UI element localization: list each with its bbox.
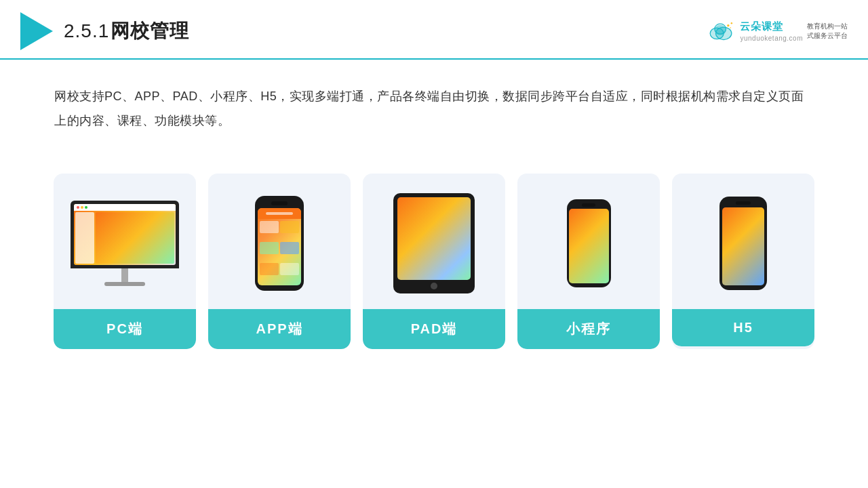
pc-base: [104, 282, 145, 286]
brand-name: 云朵课堂 yunduoketang.com: [740, 20, 803, 42]
page-title: 2.5.1网校管理: [64, 18, 189, 44]
miniprogram-card: 小程序: [517, 174, 660, 349]
miniprogram-label: 小程序: [517, 309, 660, 349]
app-card: APP端: [208, 174, 351, 349]
svg-point-6: [728, 24, 730, 26]
description-text: 网校支持PC、APP、PAD、小程序、H5，实现多端打通，产品各终端自由切换，数…: [54, 84, 814, 133]
app-phone-screen: [258, 208, 301, 285]
app-phone-mockup: [255, 196, 304, 291]
miniprogram-phone-screen: [569, 209, 609, 283]
h5-phone-mockup: [719, 197, 767, 290]
app-label: APP端: [208, 309, 351, 349]
app-image-area: [208, 174, 351, 309]
brand-slogan: 教育机构一站式服务云平台: [807, 22, 848, 41]
app-block-6: [280, 263, 299, 275]
section-number: 2.5.1: [64, 20, 109, 41]
section-title-text: 网校管理: [111, 20, 189, 41]
miniprogram-image-area: [517, 174, 660, 309]
pad-label: PAD端: [363, 309, 505, 349]
app-phone-notch: [271, 201, 288, 205]
pc-mockup: [67, 201, 182, 286]
h5-phone-screen: [722, 207, 764, 285]
app-content-blocks: [258, 219, 301, 285]
pc-sidebar: [75, 212, 94, 264]
header-left: 2.5.1网校管理: [20, 12, 189, 50]
svg-point-8: [730, 27, 732, 28]
pc-label: PC端: [54, 309, 196, 349]
svg-point-7: [731, 22, 733, 24]
app-screen-header-text: [266, 212, 293, 215]
app-block-4: [280, 242, 299, 254]
pc-card: PC端: [54, 174, 196, 349]
description: 网校支持PC、APP、PAD、小程序、H5，实现多端打通，产品各终端自由切换，数…: [0, 60, 868, 146]
pc-dot-red: [77, 206, 79, 209]
pc-screen-outer: [71, 201, 179, 268]
h5-card: H5: [672, 174, 814, 349]
tablet-home-btn: [431, 283, 437, 289]
header: 2.5.1网校管理 云朵课堂 yunduoketang.com 教育机构一: [0, 0, 868, 60]
h5-phone-notch: [736, 201, 751, 205]
pc-screen-content: [74, 211, 176, 265]
pad-image-area: [363, 174, 505, 309]
tablet-mockup: [393, 193, 475, 293]
pc-screen-inner: [74, 204, 176, 265]
logo-triangle-icon: [20, 12, 53, 50]
pc-stand: [121, 268, 128, 282]
cloud-icon: [706, 21, 736, 41]
pc-screen-bar: [74, 204, 176, 211]
app-block-2: [280, 221, 299, 233]
miniprogram-phone-notch: [582, 203, 595, 207]
cards-section: PC端: [0, 153, 868, 369]
miniprogram-phone-mockup: [567, 199, 611, 287]
app-screen-header: [258, 208, 301, 219]
pc-image-area: [54, 174, 196, 309]
h5-label: H5: [672, 309, 814, 346]
pc-dot-yellow: [81, 206, 83, 209]
pad-card: PAD端: [363, 174, 505, 349]
header-right: 云朵课堂 yunduoketang.com 教育机构一站式服务云平台: [706, 20, 848, 42]
pc-dot-green: [85, 206, 87, 209]
tablet-screen: [397, 197, 471, 280]
pc-main-content: [96, 212, 174, 264]
app-block-3: [260, 242, 279, 254]
app-block-5: [260, 263, 279, 275]
app-block-1: [260, 221, 279, 233]
brand-logo: 云朵课堂 yunduoketang.com 教育机构一站式服务云平台: [706, 20, 848, 42]
h5-image-area: [672, 174, 814, 309]
